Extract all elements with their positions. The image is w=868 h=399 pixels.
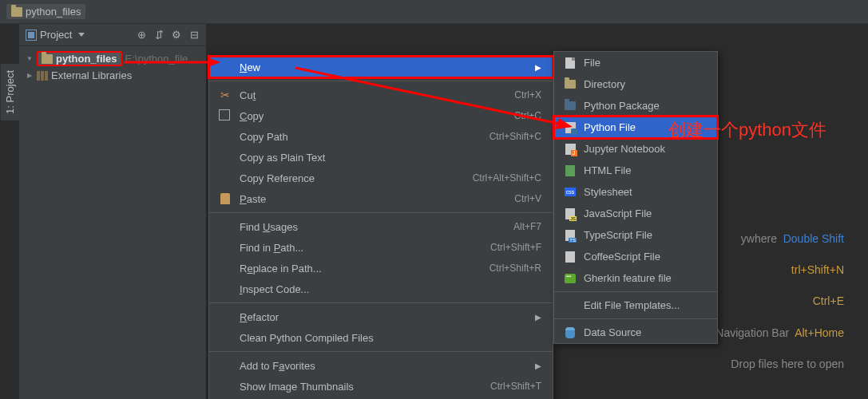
selected-highlight: python_files <box>37 51 122 66</box>
menu-item-shortcut: Alt+F7 <box>513 221 541 232</box>
menu-separator <box>209 351 553 352</box>
menu-item-shortcut: Ctrl+X <box>514 89 541 101</box>
paste-icon <box>219 193 232 204</box>
menu-item-copy-reference[interactable]: Copy ReferenceCtrl+Alt+Shift+C <box>209 168 553 188</box>
tree-row-external-libs[interactable]: External Libraries <box>24 68 201 83</box>
hint-key: Alt+Home <box>795 326 844 339</box>
menu-item-show-image-thumbnails[interactable]: Show Image ThumbnailsCtrl+Shift+T <box>209 376 553 397</box>
submenu-item-label: Python Package <box>584 100 660 112</box>
submenu-item-label: Jupyter Notebook <box>584 143 665 155</box>
menu-item-find-usages[interactable]: Find UsagesAlt+F7 <box>209 216 553 237</box>
submenu-item-label: TypeScript File <box>584 229 652 241</box>
html-icon <box>564 165 577 176</box>
menu-item-shortcut: Ctrl+Shift+F <box>490 242 541 253</box>
menu-item-shortcut: Ctrl+Shift+T <box>490 381 541 392</box>
menu-item-inspect-code[interactable]: Inspect Code... <box>209 279 553 299</box>
menu-item-label: Clean Python Compiled Files <box>240 332 541 344</box>
menu-item-copy-as-plain-text[interactable]: Copy as Plain Text <box>209 147 553 168</box>
collapse-all-icon[interactable]: ⇵ <box>153 30 164 41</box>
tree-row-project-root[interactable]: python_files E:\python_file <box>24 49 201 68</box>
menu-item-label: Paste <box>240 193 506 205</box>
annotation-text: 创建一个python文件 <box>668 118 826 142</box>
hint-key: Ctrl+E <box>813 294 844 307</box>
project-panel: Project ⊕ ⇵ ⚙ ⊟ python_files E:\python_f… <box>19 24 207 399</box>
project-root-name: python_files <box>56 53 117 65</box>
submenu-item-python-package[interactable]: Python Package <box>554 95 717 117</box>
hint-key: Double Shift <box>783 232 844 245</box>
breadcrumb-item[interactable]: python_files <box>6 4 85 19</box>
menu-item-shortcut: Ctrl+V <box>514 193 541 204</box>
submenu-item-coffeescript-file[interactable]: CoffeeScript File <box>554 246 717 267</box>
submenu-arrow-icon: ▶ <box>535 63 541 72</box>
menu-item-shortcut: Ctrl+C <box>514 110 541 121</box>
hide-icon[interactable]: ⊟ <box>188 30 200 41</box>
breadcrumb-bar: python_files <box>0 0 868 24</box>
hint-key: trl+Shift+N <box>791 263 844 276</box>
submenu-item-label: HTML File <box>584 164 631 176</box>
copy-icon <box>219 111 232 120</box>
menu-item-label: Replace in Path... <box>240 263 482 275</box>
menu-separator <box>554 291 717 292</box>
project-panel-header: Project ⊕ ⇵ ⚙ ⊟ <box>19 24 206 46</box>
menu-item-refactor[interactable]: Refactor▶ <box>209 306 553 327</box>
menu-item-new[interactable]: New▶ <box>209 57 553 77</box>
submenu-item-html-file[interactable]: HTML File <box>554 160 717 181</box>
hint-search-everywhere-label: ywhere <box>741 232 777 245</box>
gear-icon[interactable]: ⚙ <box>171 30 182 41</box>
menu-item-clean-python-compiled-files[interactable]: Clean Python Compiled Files <box>209 327 553 348</box>
menu-item-add-to-favorites[interactable]: Add to Favorites▶ <box>209 355 553 376</box>
folder-icon <box>42 54 53 64</box>
jup-icon <box>564 144 577 155</box>
submenu-item-edit-file-templates[interactable]: Edit File Templates... <box>554 294 717 316</box>
external-libraries-label: External Libraries <box>51 69 132 81</box>
menu-item-shortcut: Ctrl+Shift+C <box>489 131 541 142</box>
menu-separator <box>209 302 553 303</box>
submenu-item-label: Gherkin feature file <box>584 272 672 284</box>
coffee-icon <box>564 251 577 263</box>
menu-item-copy[interactable]: CopyCtrl+C <box>209 105 553 126</box>
submenu-item-file[interactable]: File <box>554 52 717 73</box>
menu-item-label: Copy as Plain Text <box>240 152 541 164</box>
project-tree[interactable]: python_files E:\python_file External Lib… <box>19 46 206 86</box>
submenu-item-label: Edit File Templates... <box>584 299 680 311</box>
hint-nav-bar-label: Navigation Bar <box>715 326 789 339</box>
submenu-item-label: Stylesheet <box>584 186 632 198</box>
menu-item-label: New <box>240 61 521 73</box>
submenu-item-javascript-file[interactable]: JavaScript File <box>554 203 717 224</box>
scroll-from-source-icon[interactable]: ⊕ <box>136 30 147 41</box>
expand-icon[interactable] <box>26 72 34 80</box>
project-view-selector[interactable]: Project <box>26 29 136 41</box>
js-icon <box>564 208 577 219</box>
db-icon <box>564 327 577 338</box>
file-icon <box>564 57 577 69</box>
submenu-item-data-source[interactable]: Data Source <box>554 322 717 343</box>
submenu-item-directory[interactable]: Directory <box>554 73 717 95</box>
submenu-arrow-icon: ▶ <box>535 361 541 370</box>
menu-item-label: Copy Path <box>240 131 482 143</box>
submenu-item-label: Directory <box>584 78 625 90</box>
submenu-item-typescript-file[interactable]: TypeScript File <box>554 224 717 246</box>
menu-item-cut[interactable]: ✂CutCtrl+X <box>209 85 553 105</box>
menu-item-label: Refactor <box>240 311 521 323</box>
context-menu: New▶✂CutCtrl+XCopyCtrl+CCopy PathCtrl+Sh… <box>208 56 553 399</box>
menu-item-paste[interactable]: PasteCtrl+V <box>209 188 553 209</box>
scissors-icon: ✂ <box>219 89 232 101</box>
menu-item-find-in-path[interactable]: Find in Path...Ctrl+Shift+F <box>209 237 553 258</box>
pyfile-icon <box>564 122 577 133</box>
submenu-item-label: Data Source <box>584 326 641 338</box>
menu-item-label: Show Image Thumbnails <box>240 381 482 393</box>
menu-item-replace-in-path[interactable]: Replace in Path...Ctrl+Shift+R <box>209 258 553 279</box>
submenu-item-label: JavaScript File <box>584 207 652 219</box>
submenu-new: FileDirectoryPython PackagePython FileJu… <box>553 51 718 344</box>
menu-item-copy-path[interactable]: Copy PathCtrl+Shift+C <box>209 126 553 147</box>
menu-item-label: Cut <box>240 89 506 101</box>
breadcrumb-project-name: python_files <box>26 6 81 18</box>
expand-icon[interactable] <box>26 55 34 63</box>
library-icon <box>37 71 48 81</box>
folder-icon <box>11 7 22 17</box>
project-root-path: E:\python_file <box>125 53 188 65</box>
submenu-item-stylesheet[interactable]: cssStylesheet <box>554 181 717 203</box>
submenu-item-gherkin-feature-file[interactable]: Gherkin feature file <box>554 267 717 289</box>
submenu-item-label: File <box>584 57 600 69</box>
tool-window-tab-project[interactable]: 1: Project <box>0 64 19 120</box>
